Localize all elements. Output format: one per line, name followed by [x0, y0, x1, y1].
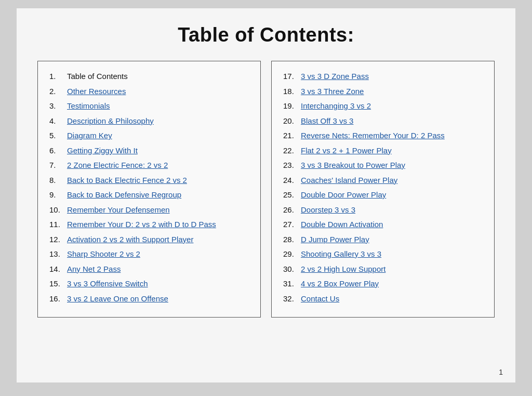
- item-number: 7.: [49, 160, 67, 171]
- toc-link[interactable]: Remember Your Defensemen: [67, 204, 170, 216]
- item-number: 2.: [49, 86, 67, 98]
- list-item: 5.Diagram Key: [49, 130, 249, 142]
- toc-link[interactable]: Activation 2 vs 2 with Support Player: [67, 234, 193, 246]
- item-number: 29.: [283, 248, 301, 260]
- item-number: 5.: [49, 130, 67, 142]
- item-number: 24.: [283, 175, 301, 187]
- toc-link[interactable]: Other Resources: [67, 86, 126, 98]
- list-item: 27.Double Down Activation: [283, 219, 483, 231]
- item-number: 17.: [283, 71, 301, 83]
- item-number: 26.: [283, 204, 301, 216]
- list-item: 2.Other Resources: [49, 86, 249, 98]
- toc-link[interactable]: Back to Back Electric Fence 2 vs 2: [67, 175, 187, 187]
- list-item: 16.3 vs 2 Leave One on Offense: [49, 293, 249, 305]
- item-number: 4.: [49, 115, 67, 127]
- toc-link[interactable]: Double Down Activation: [301, 219, 383, 231]
- left-column: 1.Table of Contents2.Other Resources3.Te…: [37, 61, 261, 318]
- item-number: 15.: [49, 278, 67, 290]
- list-item: 7.2 Zone Electric Fence: 2 vs 2: [49, 160, 249, 171]
- list-item: 10.Remember Your Defensemen: [49, 204, 249, 216]
- list-item: 29.Shooting Gallery 3 vs 3: [283, 248, 483, 260]
- toc-link[interactable]: Blast Off 3 vs 3: [301, 115, 353, 127]
- list-item: 17.3 vs 3 D Zone Pass: [283, 71, 483, 83]
- item-number: 31.: [283, 278, 301, 290]
- toc-link[interactable]: Description & Philosophy: [67, 115, 154, 127]
- toc-link[interactable]: 2 vs 2 High Low Support: [301, 263, 385, 275]
- list-item: 25.Double Door Power Play: [283, 189, 483, 201]
- list-item: 32.Contact Us: [283, 293, 483, 305]
- toc-link[interactable]: D Jump Power Play: [301, 234, 369, 246]
- right-toc-list: 17.3 vs 3 D Zone Pass18.3 vs 3 Three Zon…: [283, 71, 483, 305]
- item-number: 10.: [49, 204, 67, 216]
- toc-link[interactable]: Coaches' Island Power Play: [301, 175, 397, 187]
- item-number: 30.: [283, 263, 301, 275]
- toc-link[interactable]: 2 Zone Electric Fence: 2 vs 2: [67, 160, 168, 171]
- list-item: 3.Testimonials: [49, 100, 249, 112]
- item-number: 27.: [283, 219, 301, 231]
- list-item: 20.Blast Off 3 vs 3: [283, 115, 483, 127]
- item-number: 13.: [49, 248, 67, 260]
- toc-link[interactable]: Sharp Shooter 2 vs 2: [67, 248, 140, 260]
- toc-link[interactable]: Reverse Nets: Remember Your D: 2 Pass: [301, 130, 445, 142]
- item-number: 18.: [283, 86, 301, 98]
- list-item: 28.D Jump Power Play: [283, 234, 483, 246]
- list-item: 18.3 vs 3 Three Zone: [283, 86, 483, 98]
- toc-link[interactable]: 3 vs 3 D Zone Pass: [301, 71, 369, 83]
- item-number: 14.: [49, 263, 67, 275]
- list-item: 15.3 vs 3 Offensive Switch: [49, 278, 249, 290]
- item-number: 22.: [283, 145, 301, 157]
- toc-link[interactable]: Testimonials: [67, 100, 110, 112]
- toc-link[interactable]: 3 vs 3 Offensive Switch: [67, 278, 148, 290]
- toc-link[interactable]: Double Door Power Play: [301, 189, 386, 201]
- toc-link[interactable]: 3 vs 3 Breakout to Power Play: [301, 160, 405, 171]
- list-item: 11.Remember Your D: 2 vs 2 with D to D P…: [49, 219, 249, 231]
- right-column: 17.3 vs 3 D Zone Pass18.3 vs 3 Three Zon…: [271, 61, 495, 318]
- item-number: 3.: [49, 100, 67, 112]
- toc-link[interactable]: Flat 2 vs 2 + 1 Power Play: [301, 145, 392, 157]
- item-number: 25.: [283, 189, 301, 201]
- item-number: 20.: [283, 115, 301, 127]
- toc-link[interactable]: Getting Ziggy With It: [67, 145, 138, 157]
- item-number: 16.: [49, 293, 67, 305]
- list-item: 30.2 vs 2 High Low Support: [283, 263, 483, 275]
- toc-link[interactable]: Doorstep 3 vs 3: [301, 204, 355, 216]
- list-item: 9.Back to Back Defensive Regroup: [49, 189, 249, 201]
- list-item: 26.Doorstep 3 vs 3: [283, 204, 483, 216]
- list-item: 21.Reverse Nets: Remember Your D: 2 Pass: [283, 130, 483, 142]
- item-number: 8.: [49, 175, 67, 187]
- toc-plain-text: Table of Contents: [67, 71, 128, 83]
- toc-link[interactable]: Back to Back Defensive Regroup: [67, 189, 181, 201]
- list-item: 14.Any Net 2 Pass: [49, 263, 249, 275]
- list-item: 13.Sharp Shooter 2 vs 2: [49, 248, 249, 260]
- item-number: 21.: [283, 130, 301, 142]
- toc-link[interactable]: Remember Your D: 2 vs 2 with D to D Pass: [67, 219, 216, 231]
- item-number: 23.: [283, 160, 301, 171]
- list-item: 1.Table of Contents: [49, 71, 249, 83]
- toc-link[interactable]: 3 vs 3 Three Zone: [301, 86, 364, 98]
- list-item: 31.4 vs 2 Box Power Play: [283, 278, 483, 290]
- page-number: 1: [499, 368, 503, 376]
- toc-link[interactable]: Any Net 2 Pass: [67, 263, 121, 275]
- columns-wrapper: 1.Table of Contents2.Other Resources3.Te…: [37, 61, 495, 318]
- item-number: 11.: [49, 219, 67, 231]
- page-title: Table of Contents:: [37, 24, 495, 46]
- list-item: 12.Activation 2 vs 2 with Support Player: [49, 234, 249, 246]
- item-number: 6.: [49, 145, 67, 157]
- item-number: 1.: [49, 71, 67, 83]
- list-item: 6.Getting Ziggy With It: [49, 145, 249, 157]
- toc-link[interactable]: Shooting Gallery 3 vs 3: [301, 248, 381, 260]
- list-item: 8.Back to Back Electric Fence 2 vs 2: [49, 175, 249, 187]
- item-number: 32.: [283, 293, 301, 305]
- page: Table of Contents: 1.Table of Contents2.…: [17, 8, 515, 382]
- left-toc-list: 1.Table of Contents2.Other Resources3.Te…: [49, 71, 249, 305]
- item-number: 19.: [283, 100, 301, 112]
- list-item: 23.3 vs 3 Breakout to Power Play: [283, 160, 483, 171]
- toc-link[interactable]: Interchanging 3 vs 2: [301, 100, 371, 112]
- toc-link[interactable]: 4 vs 2 Box Power Play: [301, 278, 379, 290]
- toc-link[interactable]: Contact Us: [301, 293, 339, 305]
- list-item: 4.Description & Philosophy: [49, 115, 249, 127]
- item-number: 9.: [49, 189, 67, 201]
- toc-link[interactable]: Diagram Key: [67, 130, 112, 142]
- list-item: 19.Interchanging 3 vs 2: [283, 100, 483, 112]
- toc-link[interactable]: 3 vs 2 Leave One on Offense: [67, 293, 168, 305]
